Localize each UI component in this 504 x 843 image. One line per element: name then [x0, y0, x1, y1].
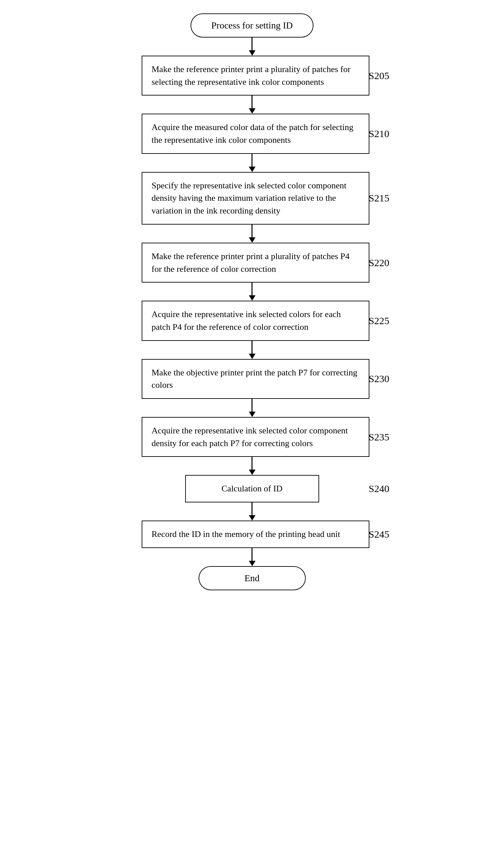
line-8 [252, 457, 252, 470]
flowchart: Process for setting ID Make the referenc… [102, 13, 403, 590]
label-s230: S230 [369, 373, 390, 384]
label-s205: S205 [369, 70, 390, 82]
line-3 [252, 154, 252, 167]
line-1 [252, 37, 252, 50]
box-s235: Acquire the representative ink selected … [142, 417, 370, 457]
arrow-1 [249, 50, 255, 56]
text-s205: Make the reference printer print a plura… [152, 64, 350, 87]
line-7 [252, 399, 252, 412]
label-s225: S225 [369, 315, 390, 326]
box-s215: Specify the representative ink selected … [142, 172, 370, 225]
label-s210: S210 [369, 128, 390, 139]
step-row-s205: Make the reference printer print a plura… [102, 56, 403, 96]
arrow-8 [249, 470, 255, 475]
box-s205: Make the reference printer print a plura… [142, 56, 370, 96]
arrow-2 [249, 108, 255, 114]
label-s220: S220 [369, 257, 390, 269]
label-s215: S215 [369, 192, 390, 204]
step-row-s245: Record the ID in the memory of the print… [102, 520, 403, 548]
arrow-7 [249, 412, 255, 417]
connector-3 [249, 154, 255, 172]
label-s245: S245 [369, 529, 390, 540]
connector-7 [249, 399, 255, 417]
arrow-3 [249, 167, 255, 172]
line-6 [252, 341, 252, 354]
step-row-s215: Specify the representative ink selected … [102, 172, 403, 225]
line-2 [252, 96, 252, 108]
connector-8 [249, 457, 255, 475]
arrow-5 [249, 295, 255, 301]
box-s225: Acquire the representative ink selected … [142, 301, 370, 341]
arrow-4 [249, 237, 255, 243]
step-row-s220: Make the reference printer print a plura… [102, 243, 403, 282]
end-terminal: End [199, 566, 306, 590]
line-5 [252, 282, 252, 295]
label-s235: S235 [369, 431, 390, 443]
connector-6 [249, 341, 255, 359]
text-s235: Acquire the representative ink selected … [152, 426, 348, 448]
label-s240: S240 [369, 483, 390, 494]
arrow-6 [249, 354, 255, 359]
step-row-s210: Acquire the measured color data of the p… [102, 114, 403, 154]
step-row-s235: Acquire the representative ink selected … [102, 417, 403, 457]
text-s245: Record the ID in the memory of the print… [152, 529, 340, 539]
start-terminal: Process for setting ID [191, 13, 313, 37]
step-row-s230: Make the objective printer print the pat… [102, 359, 403, 399]
connector-9 [249, 502, 255, 520]
line-10 [252, 548, 252, 561]
text-s240: Calculation of ID [222, 484, 283, 494]
step-row-s240: Calculation of ID S240 [102, 475, 403, 502]
text-s210: Acquire the measured color data of the p… [152, 122, 354, 145]
connector-1 [249, 37, 255, 56]
box-s245: Record the ID in the memory of the print… [142, 520, 370, 548]
end-terminal-row: End [102, 566, 403, 590]
box-s210: Acquire the measured color data of the p… [142, 114, 370, 154]
connector-2 [249, 96, 255, 114]
connector-10 [249, 548, 255, 566]
line-9 [252, 502, 252, 515]
step-row-s225: Acquire the representative ink selected … [102, 301, 403, 341]
line-4 [252, 225, 252, 237]
connector-5 [249, 282, 255, 301]
start-terminal-row: Process for setting ID [102, 13, 403, 37]
text-s230: Make the objective printer print the pat… [152, 368, 357, 390]
box-s220: Make the reference printer print a plura… [142, 243, 370, 282]
end-label: End [245, 573, 259, 583]
text-s215: Specify the representative ink selected … [152, 180, 347, 216]
box-s240: Calculation of ID [185, 475, 319, 502]
arrow-9 [249, 515, 255, 520]
arrow-10 [249, 561, 255, 566]
connector-4 [249, 225, 255, 243]
text-s225: Acquire the representative ink selected … [152, 309, 341, 332]
box-s230: Make the objective printer print the pat… [142, 359, 370, 399]
start-label: Process for setting ID [211, 20, 293, 31]
text-s220: Make the reference printer print a plura… [152, 252, 349, 274]
